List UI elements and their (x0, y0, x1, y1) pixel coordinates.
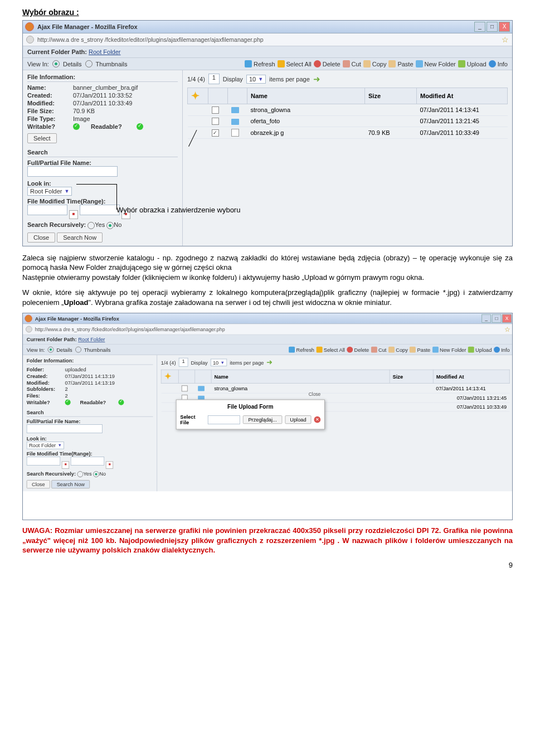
bookmark-star-icon[interactable]: ☆ (502, 35, 509, 44)
search-title: Search (27, 149, 178, 157)
upload-button[interactable]: Upload (458, 60, 487, 67)
fi-created: 07/Jan/2011 10:33:52 (73, 92, 178, 99)
annotation-line (76, 184, 116, 185)
globe-icon (26, 326, 32, 333)
paste-icon (388, 60, 396, 67)
go-icon[interactable]: ➜ (313, 74, 320, 84)
globe-icon (26, 36, 34, 43)
search-now-button[interactable]: Search Now (57, 232, 103, 243)
newfolder-button[interactable]: New Folder (416, 60, 456, 67)
info-button[interactable]: Info (489, 60, 508, 67)
min-button[interactable]: _ (481, 314, 491, 323)
selectall-button[interactable]: Select All (278, 60, 312, 67)
delete-icon (314, 60, 321, 67)
col-mod[interactable]: Modified At (417, 88, 508, 104)
star-header-icon: ✦ (191, 90, 200, 101)
refresh-icon (245, 60, 252, 67)
cancel-upload-icon[interactable]: ✕ (314, 416, 320, 423)
calendar-icon[interactable]: ■ (69, 210, 78, 219)
refresh-button[interactable]: Refresh (289, 347, 314, 353)
viewin-label: View In: (27, 61, 49, 67)
page-input[interactable]: 1 (208, 74, 220, 84)
delete-button[interactable]: Delete (314, 60, 341, 67)
file-input[interactable] (208, 415, 241, 424)
upload-button[interactable]: Upload (468, 347, 492, 353)
radio-thumbs[interactable] (85, 60, 93, 67)
table-row[interactable]: obrazek.jp g70.9 KB07/Jan/2011 10:33:49 (188, 127, 508, 139)
lookin-select[interactable]: Root Folder▼ (27, 187, 72, 196)
date-to-input[interactable] (80, 205, 120, 215)
file-table: ✦ Name Size Modified At strona_glowna07/… (187, 88, 508, 139)
fi-name: banner_clumber_bra.gif (73, 84, 178, 91)
upload-close-link[interactable]: Close (309, 392, 320, 397)
newfolder-button[interactable]: New Folder (432, 347, 466, 353)
close-search-button[interactable]: Close (27, 480, 50, 488)
radio-thumbs[interactable] (75, 347, 81, 353)
firefox-icon (25, 315, 32, 322)
checkbox[interactable] (212, 106, 219, 114)
search-name-input[interactable] (27, 424, 103, 433)
browse-button[interactable]: Przeglądaj... (243, 415, 282, 424)
max-button[interactable]: □ (487, 22, 498, 32)
table-row[interactable]: oferta_foto07/Jan/2011 13:21:45 (188, 115, 508, 127)
annotation-line (116, 184, 117, 210)
bookmark-star-icon[interactable]: ☆ (504, 326, 510, 333)
url-bar[interactable]: http://www.a dre s_strony /fckeditor/edi… (23, 33, 512, 46)
close-search-button[interactable]: Close (27, 232, 55, 243)
root-folder-link[interactable]: Root Folder (89, 49, 120, 55)
close-button[interactable]: X (499, 22, 510, 32)
radio-details[interactable] (52, 60, 60, 67)
search-now-button[interactable]: Search Now (51, 480, 90, 488)
screenshot-1: Ajax File Manager - Mozilla Firefox _ □ … (22, 20, 513, 246)
checkbox[interactable] (212, 118, 219, 125)
ipp-label: items per page (269, 76, 310, 83)
fi-type: Image (73, 115, 178, 122)
radio-no[interactable] (106, 222, 114, 229)
radio-details[interactable] (47, 347, 54, 353)
ipp-select[interactable]: 10▼ (246, 75, 266, 84)
delete-button[interactable]: Delete (347, 347, 369, 353)
path-bar: Current Folder Path: Root Folder (23, 46, 512, 58)
check-icon (73, 123, 80, 130)
search-name-input[interactable] (27, 166, 118, 177)
window-title: Ajax File Manager - Mozilla Firefox (37, 23, 138, 30)
max-button[interactable]: □ (492, 314, 502, 323)
search-name-label: Full/Partial File Name: (27, 159, 178, 166)
lookin-label: Look in: (27, 180, 178, 187)
refresh-button[interactable]: Refresh (245, 60, 275, 67)
titlebar: Ajax File Manager - Mozilla Firefox _ □ … (23, 21, 512, 33)
firefox-icon (25, 22, 34, 31)
col-name[interactable]: Name (247, 88, 365, 104)
select-button[interactable]: Select (27, 133, 57, 143)
cut-button[interactable]: Cut (371, 347, 387, 353)
radio-yes[interactable] (87, 222, 95, 229)
checkbox[interactable] (212, 129, 219, 137)
lookin-select[interactable]: Root Folder▼ (27, 442, 65, 449)
selectall-button[interactable]: Select All (316, 347, 344, 353)
table-row[interactable]: strona_glowna07/Jan/2011 14:13:41 (188, 104, 508, 116)
recursive-label: Search Recursively: (27, 221, 86, 228)
info-icon (489, 60, 496, 67)
date-from-input[interactable] (27, 205, 67, 215)
copy-button[interactable]: Copy (363, 60, 387, 67)
image-icon (231, 129, 239, 137)
cut-button[interactable]: Cut (343, 60, 361, 67)
paste-button[interactable]: Paste (388, 60, 413, 67)
folder-icon (231, 119, 239, 125)
window-title: Ajax File Manager - Mozilla Firefox (35, 316, 119, 322)
close-button[interactable]: X (502, 314, 512, 323)
chevron-down-icon: ▼ (64, 188, 69, 194)
fileinfo-title: File Information: (27, 74, 178, 82)
cut-icon (343, 60, 350, 67)
min-button[interactable]: _ (474, 22, 485, 32)
copy-button[interactable]: Copy (388, 347, 408, 353)
paragraph-2: W oknie, które się aktywuje po tej opera… (22, 288, 513, 307)
upload-title: File Upload Form (180, 404, 320, 410)
selectfile-label: Select File (180, 414, 205, 425)
upload-submit-button[interactable]: Upload (285, 415, 312, 424)
paste-button[interactable]: Paste (410, 347, 430, 353)
info-button[interactable]: Info (494, 347, 510, 353)
col-size[interactable]: Size (365, 88, 417, 104)
root-folder-link[interactable]: Root Folder (78, 337, 105, 342)
table-row[interactable]: strona_glowna07/Jan/2011 14:13:41 (161, 384, 509, 393)
